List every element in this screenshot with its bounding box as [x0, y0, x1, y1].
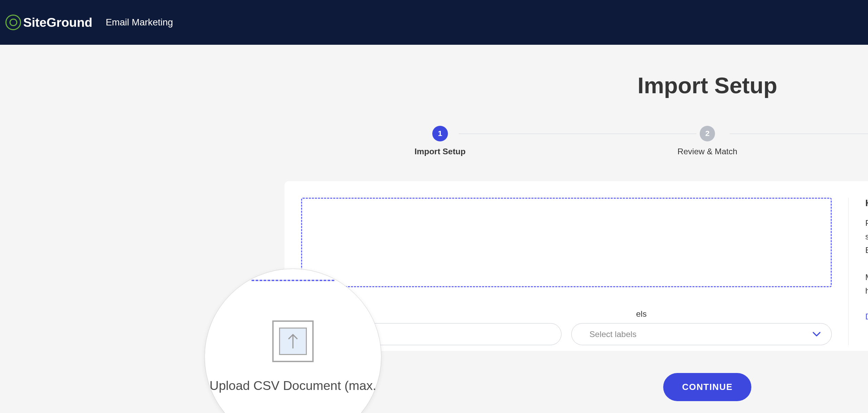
help-paragraph: Prepare your contacts in a file, upload … [865, 216, 868, 257]
logo-text: SiteGround [23, 15, 92, 30]
continue-section: CONTINUE [11, 373, 868, 401]
left-panel: Assign Status Subscribed els Select labe… [301, 198, 832, 345]
download-template-link[interactable]: Download import template [865, 312, 868, 321]
step-number: 2 [700, 126, 715, 141]
content-card: Assign Status Subscribed els Select labe… [284, 181, 868, 351]
step-label: Review & Match [677, 147, 737, 156]
help-panel: HOW TO PREPARE YOUR CSV DOCUMENT? Prepar… [848, 198, 868, 345]
logo[interactable]: SiteGround [5, 15, 92, 30]
form-row: Assign Status Subscribed els Select labe… [301, 309, 832, 345]
assign-status-value: Subscribed [313, 330, 354, 339]
help-heading: HOW TO PREPARE YOUR CSV DOCUMENT? [865, 198, 868, 209]
siteground-logo-icon [5, 15, 21, 30]
help-paragraph: Make sure all contacts include an email … [865, 271, 868, 298]
assign-status-select[interactable]: Subscribed [301, 323, 561, 345]
step-line [730, 134, 868, 134]
step-label: Import Setup [415, 147, 466, 156]
assign-status-group: Assign Status Subscribed [301, 309, 561, 345]
step-review-match: 2 Review & Match [677, 126, 737, 156]
continue-button[interactable]: CONTINUE [663, 373, 751, 401]
chevron-down-icon [813, 332, 821, 336]
labels-label: els [636, 309, 647, 319]
upload-dropzone[interactable] [301, 198, 832, 287]
header: SiteGround Email Marketing EXIT WIZARD [0, 0, 868, 45]
labels-select[interactable]: Select labels [571, 323, 832, 345]
step-import-setup: 1 Import Setup [415, 126, 466, 156]
assign-status-label: Assign Status [301, 309, 561, 319]
stepper: 1 Import Setup 2 Review & Match 3 Summar… [415, 126, 868, 164]
step-number: 1 [432, 126, 448, 141]
main-content: Import Setup 1 Import Setup 2 Review & M… [0, 45, 868, 401]
header-left: SiteGround Email Marketing [5, 15, 173, 30]
product-name: Email Marketing [106, 17, 173, 28]
labels-group: els Select labels [571, 309, 832, 345]
labels-placeholder: Select labels [583, 330, 636, 339]
step-line [459, 134, 696, 134]
page-title: Import Setup [11, 73, 868, 98]
